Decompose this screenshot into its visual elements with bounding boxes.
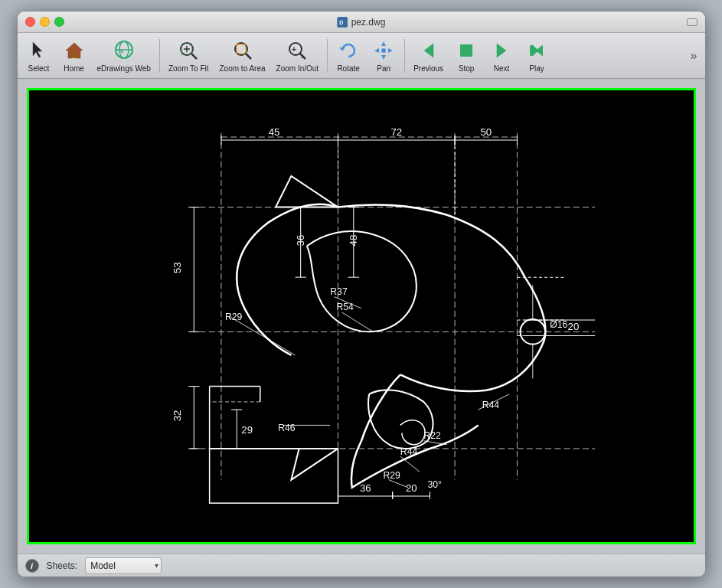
svg-point-26	[381, 48, 386, 53]
svg-text:36: 36	[294, 235, 305, 247]
info-icon[interactable]: i	[25, 559, 39, 573]
svg-marker-2	[33, 42, 42, 57]
previous-label: Previous	[413, 64, 443, 73]
svg-text:32: 32	[172, 410, 183, 422]
stop-label: Stop	[459, 64, 475, 73]
play-icon	[524, 38, 549, 63]
svg-text:+: +	[292, 45, 296, 54]
toolbar-more-button[interactable]: »	[688, 46, 701, 66]
play-button[interactable]: Play	[520, 36, 554, 76]
svg-marker-21	[339, 47, 345, 51]
svg-text:20: 20	[405, 482, 417, 494]
prev-icon	[417, 38, 441, 63]
select-label: Select	[28, 64, 50, 73]
svg-rect-30	[65, 90, 657, 542]
svg-text:30°: 30°	[427, 479, 442, 490]
svg-text:e: e	[120, 47, 124, 54]
svg-marker-25	[388, 48, 393, 53]
edrawings-web-button[interactable]: e eDrawings Web	[93, 36, 155, 76]
svg-marker-27	[424, 44, 433, 57]
stop-icon	[454, 38, 479, 63]
sheets-selector-wrap: Model	[85, 557, 162, 574]
minimize-button[interactable]	[40, 17, 50, 27]
sep2	[327, 39, 328, 73]
zoom-fit-button[interactable]: Zoom To Fit	[164, 36, 214, 76]
home-label: Home	[64, 64, 84, 73]
zoom-area-label: Zoom to Area	[220, 64, 266, 73]
rotate-icon	[336, 38, 361, 63]
pan-label: Pan	[377, 64, 390, 73]
svg-text:48: 48	[347, 235, 358, 247]
svg-text:72: 72	[390, 126, 402, 138]
titlebar: D pez.dwg	[18, 11, 705, 33]
home-tool-button[interactable]: Home	[57, 36, 91, 76]
statusbar: i Sheets: Model	[18, 554, 705, 577]
next-button[interactable]: Next	[485, 36, 518, 76]
zoom-area-button[interactable]: Zoom to Area	[215, 36, 270, 76]
svg-text:20: 20	[567, 321, 579, 332]
maximize-button[interactable]	[54, 17, 64, 27]
next-label: Next	[494, 64, 510, 73]
sheets-select[interactable]: Model	[85, 557, 162, 574]
zoom-inout-icon: + −	[285, 38, 309, 63]
svg-marker-23	[381, 55, 386, 60]
svg-text:45: 45	[268, 126, 279, 138]
zoom-inout-label: Zoom In/Out	[276, 64, 319, 73]
svg-text:53: 53	[172, 262, 183, 273]
svg-line-15	[246, 54, 251, 59]
close-button[interactable]	[25, 17, 35, 27]
svg-text:R46: R46	[278, 423, 296, 433]
zoom-inout-button[interactable]: + − Zoom In/Out	[272, 36, 324, 76]
select-tool-button[interactable]: Select	[22, 36, 56, 76]
svg-rect-16	[237, 44, 246, 54]
stop-button[interactable]: Stop	[449, 36, 483, 76]
zoom-fit-label: Zoom To Fit	[168, 64, 209, 73]
svg-text:R29: R29	[383, 470, 400, 481]
cursor-icon	[27, 38, 51, 63]
home-icon	[62, 38, 87, 63]
svg-text:Ø16: Ø16	[550, 319, 567, 330]
previous-button[interactable]: Previous	[409, 36, 448, 76]
main-window: D pez.dwg Select Home	[17, 11, 706, 577]
traffic-lights	[25, 17, 64, 27]
rotate-button[interactable]: Rotate	[332, 36, 365, 76]
window-expand-button[interactable]	[687, 18, 697, 26]
svg-text:36: 36	[359, 482, 371, 494]
pan-icon	[371, 38, 396, 63]
svg-text:R54: R54	[336, 302, 354, 312]
edrawings-label: eDrawings Web	[97, 64, 151, 73]
svg-rect-28	[460, 44, 472, 57]
drawing-canvas[interactable]: 45 72 50 20 53	[27, 88, 696, 544]
sep3	[404, 39, 405, 73]
sheets-label: Sheets:	[47, 560, 78, 571]
svg-marker-29	[497, 44, 506, 57]
file-type-icon: D	[337, 17, 348, 28]
play-label: Play	[529, 64, 544, 73]
sep1	[159, 39, 160, 73]
pan-button[interactable]: Pan	[367, 36, 400, 76]
svg-text:D: D	[339, 20, 343, 25]
svg-marker-22	[381, 41, 386, 46]
svg-text:R37: R37	[330, 286, 348, 297]
next-icon	[489, 38, 514, 63]
svg-text:R44: R44	[482, 400, 499, 410]
edrawings-icon: e	[112, 38, 136, 63]
content-area: 45 72 50 20 53	[18, 79, 705, 554]
rotate-label: Rotate	[337, 64, 359, 73]
zoom-fit-icon	[176, 38, 201, 63]
svg-text:R29: R29	[224, 312, 242, 322]
svg-text:29: 29	[241, 424, 253, 436]
svg-rect-4	[72, 54, 77, 58]
svg-text:50: 50	[480, 126, 492, 138]
svg-line-10	[191, 54, 197, 59]
window-title: D pez.dwg	[337, 17, 386, 28]
svg-marker-24	[374, 48, 379, 53]
zoom-area-icon	[230, 38, 255, 63]
svg-text:−: −	[301, 54, 305, 61]
toolbar: Select Home e eDrawings Web	[18, 33, 705, 79]
